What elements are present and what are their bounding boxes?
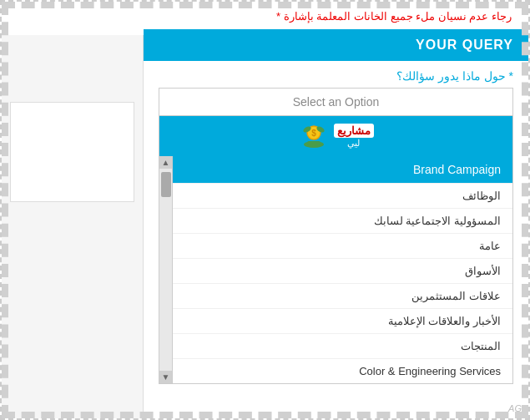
option-label-2: المسؤولية الاجتماعية لسابك xyxy=(374,215,501,227)
main-content: رجاء عدم نسيان ملء جميع الخانات المعلمة … xyxy=(144,2,528,384)
dropdown-open: $ مشاريع ليي ▲ ▼ xyxy=(159,116,513,384)
option-label-8: Color & Engineering Services xyxy=(359,365,501,377)
top-warning: رجاء عدم نسيان ملء جميع الخانات المعلمة … xyxy=(144,2,528,29)
svg-rect-1 xyxy=(307,141,321,145)
scrollbar-thumb[interactable] xyxy=(161,172,171,197)
dropdown-option-4[interactable]: الأسواق xyxy=(173,258,512,283)
dropdown-option-6[interactable]: الأخبار والعلاقات الإعلامية xyxy=(173,308,512,333)
watermark: AG xyxy=(508,403,522,413)
section-header-text: YOUR QUERY xyxy=(416,38,513,52)
logo-placeholder: $ مشاريع ليي xyxy=(299,121,374,151)
left-panel xyxy=(2,35,144,418)
svg-text:$: $ xyxy=(311,129,316,138)
option-label-0: Brand Campaign xyxy=(413,163,501,176)
option-label-6: الأخبار والعلاقات الإعلامية xyxy=(388,315,501,327)
left-panel-inner xyxy=(10,102,134,202)
dropdown-option-8[interactable]: Color & Engineering Services xyxy=(173,358,512,383)
dropdown-option-7[interactable]: المنتجات xyxy=(173,333,512,358)
logo-arabic-sub: ليي xyxy=(334,138,374,149)
option-label-1: الوظائف xyxy=(462,190,501,202)
logo-money-icon: $ xyxy=(299,121,329,151)
scroll-down-arrow[interactable]: ▼ xyxy=(159,371,172,383)
dropdown-option-0[interactable]: Brand Campaign xyxy=(173,156,512,183)
dropdown-logo-bar: $ مشاريع ليي xyxy=(159,116,512,156)
options-list: Brand Campaign الوظائف المسؤولية الاجتما… xyxy=(173,156,512,383)
option-label-7: المنتجات xyxy=(461,340,501,352)
select-placeholder: Select an Option xyxy=(293,95,380,109)
scrollbar-track: ▲ ▼ xyxy=(159,156,173,383)
option-label-3: عامة xyxy=(479,240,501,252)
question-label: * حول ماذا يدور سؤالك؟ xyxy=(396,69,513,83)
dropdown-scroll-container: ▲ ▼ Brand Campaign الوظائف المسؤولية الا… xyxy=(159,156,512,383)
query-header: YOUR QUERY xyxy=(144,29,528,61)
logo-arabic-text: مشاريع xyxy=(334,124,374,138)
select-field[interactable]: Select an Option xyxy=(159,88,513,116)
dropdown-option-5[interactable]: علاقات المستثمرين xyxy=(173,283,512,308)
dropdown-option-1[interactable]: الوظائف xyxy=(173,183,512,208)
page-wrapper: رجاء عدم نسيان ملء جميع الخانات المعلمة … xyxy=(0,0,530,420)
logo-text-block: مشاريع ليي xyxy=(334,124,374,149)
question-row: * حول ماذا يدور سؤالك؟ xyxy=(144,61,528,88)
dropdown-option-3[interactable]: عامة xyxy=(173,233,512,258)
dropdown-option-2[interactable]: المسؤولية الاجتماعية لسابك xyxy=(173,208,512,233)
option-label-4: الأسواق xyxy=(465,265,501,277)
scroll-up-arrow[interactable]: ▲ xyxy=(159,156,172,169)
warning-text: رجاء عدم نسيان ملء جميع الخانات المعلمة … xyxy=(276,10,512,23)
option-label-5: علاقات المستثمرين xyxy=(411,290,501,302)
